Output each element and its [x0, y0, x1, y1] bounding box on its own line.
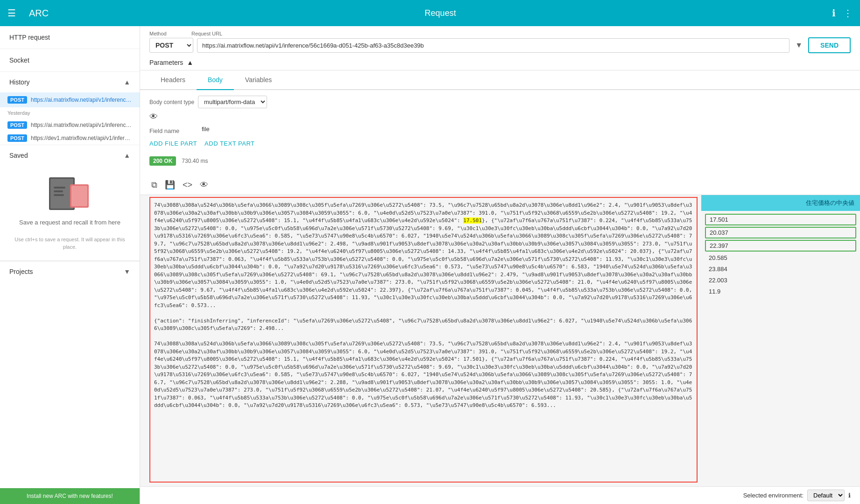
info-icon[interactable]: ℹ	[832, 7, 836, 19]
field-name-value: file	[202, 126, 210, 133]
parameters-chevron-icon: ▲	[187, 59, 193, 66]
response-text-panel: 9 74\u3088\u308a\u524d\u306b\u5efa\u3066…	[149, 197, 698, 483]
body-type-row: Body content type multipart/form-data	[149, 96, 851, 108]
response-text[interactable]: 74\u3088\u308a\u524d\u306b\u5efa\u3066\u…	[150, 198, 697, 482]
result-value-5: 22.003	[705, 275, 856, 285]
selected-env-label: Selected environment:	[743, 492, 804, 499]
history-active-method-badge: POST	[7, 96, 27, 104]
save-button[interactable]: 💾	[163, 178, 177, 192]
menu-icon[interactable]: ☰	[7, 7, 16, 19]
topbar-center: Request	[58, 8, 823, 18]
history-active-item[interactable]: POST https://ai.matrixflow.net/api/v1/in…	[0, 92, 140, 107]
history-header[interactable]: History ▲	[0, 72, 140, 92]
eye-icon[interactable]: 👁	[149, 112, 158, 122]
http-request-section: HTTP request	[0, 26, 140, 49]
history-active-url: https://ai.matrixflow.net/api/v1/inferen…	[31, 97, 132, 103]
history-chevron-icon: ▲	[124, 78, 130, 86]
tab-body[interactable]: Body	[197, 70, 234, 90]
history-label: History	[9, 78, 30, 86]
tab-variables[interactable]: Variables	[234, 70, 283, 90]
add-text-part-link[interactable]: ADD TEXT PART	[204, 140, 254, 147]
parameters-row[interactable]: Parameters ▲	[140, 55, 860, 70]
url-input[interactable]	[197, 38, 790, 53]
body-type-label: Body content type	[149, 99, 194, 105]
saved-chevron-icon: ▲	[124, 152, 130, 159]
saved-ctrl-hint: Use ctrl+s to save a request. It will ap…	[9, 236, 130, 251]
add-part-row: ADD FILE PART ADD TEXT PART	[149, 138, 851, 149]
topbar-actions: ℹ ⋮	[832, 7, 853, 19]
right-results-panel: 10 住宅価格の中央値 17.501 20.037 22.397 20.585 …	[701, 195, 860, 486]
topbar: ☰ ARC Request ℹ ⋮	[0, 0, 860, 26]
add-file-part-link[interactable]: ADD FILE PART	[149, 140, 197, 147]
bottom-bar: Selected environment: Default ℹ	[140, 486, 860, 504]
main-layout: HTTP request Socket History ▲ POST https…	[0, 26, 860, 504]
app-title: ARC	[29, 8, 49, 19]
result-value-2: 22.397	[705, 240, 856, 252]
result-value-6: 11.9	[705, 287, 856, 296]
history-section: History ▲ POST https://ai.matrixflow.net…	[0, 72, 140, 145]
saved-label: Saved	[9, 152, 28, 159]
parameters-label: Parameters	[149, 59, 183, 66]
svg-rect-6	[54, 194, 64, 196]
status-row: 200 OK 730.40 ms	[149, 153, 851, 169]
svg-rect-3	[71, 186, 87, 206]
body-content-area: Body content type multipart/form-data 👁 …	[140, 90, 860, 175]
saved-section: Saved ▲ Save a request and rec	[0, 145, 140, 261]
svg-rect-5	[54, 190, 63, 192]
send-button[interactable]: SEND	[808, 37, 851, 53]
results-header: 住宅価格の中央値	[701, 195, 860, 211]
env-select[interactable]: Default	[807, 490, 845, 501]
method-label: Method	[149, 31, 191, 36]
bottom-info-icon[interactable]: ℹ	[848, 492, 851, 499]
sidebar: HTTP request Socket History ▲ POST https…	[0, 26, 140, 504]
center-title: Request	[425, 8, 456, 18]
history-item-0-method: POST	[7, 121, 27, 129]
socket-section: Socket	[0, 49, 140, 72]
more-icon[interactable]: ⋮	[843, 7, 853, 19]
body-type-select[interactable]: multipart/form-data	[198, 96, 267, 108]
field-row: Field name file	[149, 126, 851, 134]
eye-row: 👁	[149, 112, 851, 122]
saved-header[interactable]: Saved ▲	[0, 145, 140, 166]
code-button[interactable]: <>	[181, 178, 194, 192]
svg-rect-4	[54, 187, 65, 189]
results-values: 17.501 20.037 22.397 20.585 23.884 22.00…	[701, 211, 860, 299]
url-label: Request URL	[191, 31, 222, 36]
saved-placeholder: Save a request and recall it from here U…	[0, 166, 140, 260]
saved-placeholder-text: Save a request and recall it from here	[19, 218, 120, 227]
url-dropdown-button[interactable]: ▼	[793, 39, 804, 51]
projects-chevron-icon: ▼	[124, 268, 130, 275]
result-value-4: 23.884	[705, 264, 856, 274]
copy-button[interactable]: ⧉	[149, 178, 159, 192]
result-value-3: 20.585	[705, 253, 856, 263]
result-value-1: 20.037	[705, 227, 856, 238]
request-labels-row: Method Request URL	[149, 26, 851, 36]
projects-section: Projects ▼	[0, 261, 140, 282]
content-area: Method Request URL POST GET PUT DELETE ▼…	[140, 26, 860, 504]
method-select[interactable]: POST GET PUT DELETE	[149, 38, 193, 53]
response-body-area: 9 74\u3088\u308a\u524d\u306b\u5efa\u3066…	[140, 195, 860, 486]
field-name-label: Field name	[149, 126, 196, 134]
status-badge: 200 OK	[149, 156, 176, 166]
projects-header[interactable]: Projects ▼	[0, 261, 140, 282]
result-value-0: 17.501	[705, 214, 856, 225]
history-item-1[interactable]: POST https://dev1.matrixflow.net/api/v1/…	[0, 132, 140, 145]
status-time: 730.40 ms	[182, 158, 208, 164]
sidebar-item-http-request[interactable]: HTTP request	[0, 26, 140, 49]
history-date-label: Yesterday	[0, 107, 140, 119]
request-top-section: Method Request URL POST GET PUT DELETE ▼…	[140, 26, 860, 55]
sidebar-item-socket[interactable]: Socket	[0, 49, 140, 71]
response-actions: ⧉ 💾 <> 👁	[140, 175, 860, 195]
projects-label: Projects	[9, 268, 33, 275]
eye-button[interactable]: 👁	[198, 178, 210, 192]
install-banner[interactable]: Install new ARC with new features!	[0, 488, 140, 504]
history-item-0[interactable]: POST https://ai.matrixflow.net/api/v1/in…	[0, 119, 140, 132]
saved-placeholder-icon	[47, 175, 93, 212]
history-item-0-url: https://ai.matrixflow.net/api/v1/inferen…	[31, 122, 132, 128]
history-item-1-url: https://dev1.matrixflow.net/api/v1/infer…	[31, 135, 132, 141]
method-url-row: POST GET PUT DELETE ▼ SEND 8	[149, 37, 851, 53]
tab-headers[interactable]: Headers	[149, 70, 197, 90]
history-item-1-method: POST	[7, 134, 27, 142]
tabs-row: Headers Body Variables	[140, 70, 860, 90]
svg-rect-1	[50, 179, 73, 209]
